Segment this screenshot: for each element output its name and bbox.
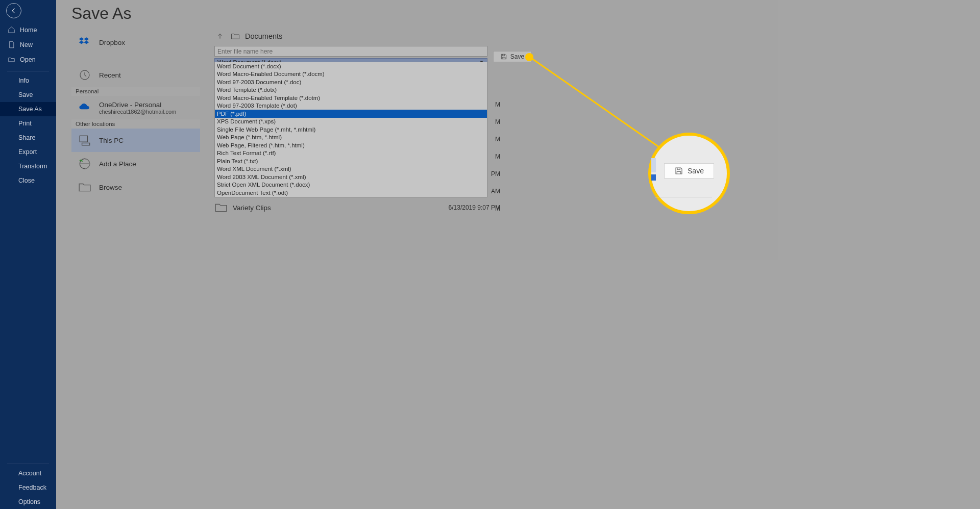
filetype-option[interactable]: Single File Web Page (*.mht, *.mhtml): [215, 125, 487, 134]
location-onedrive[interactable]: OneDrive - Personal cheshirecat1862@hotm…: [71, 96, 200, 119]
nav-label: Transform: [18, 163, 47, 170]
dropbox-icon: [78, 35, 92, 49]
browse-icon: [78, 180, 92, 194]
location-label: This PC: [99, 137, 124, 144]
filetype-option[interactable]: Word Template (*.dotx): [215, 86, 487, 94]
filetype-option[interactable]: Word 97-2003 Template (*.dot): [215, 102, 487, 110]
filetype-option[interactable]: Word Macro-Enabled Template (*.dotm): [215, 94, 487, 102]
nav-label: Info: [18, 77, 29, 84]
nav-info[interactable]: Info: [0, 73, 56, 88]
backstage-sidebar: Home New Open Info Save Save As Print Sh…: [0, 0, 56, 509]
onedrive-label: OneDrive - Personal: [99, 101, 176, 109]
filetype-option[interactable]: Word Document (*.docx): [215, 62, 487, 70]
filetype-dropdown: Word Document (*.docx) Word Macro-Enable…: [214, 62, 487, 197]
nav-save-as[interactable]: Save As: [0, 102, 56, 116]
addplace-icon: [78, 157, 92, 171]
callout-magnifier: Save: [648, 133, 730, 214]
nav-label: Close: [18, 177, 35, 184]
nav-new[interactable]: New: [0, 37, 56, 52]
callout-decor: [655, 197, 712, 197]
nav-label: Open: [20, 56, 36, 63]
file-row-visible[interactable]: Variety Clips 6/13/2019 9:07 PM: [214, 199, 500, 216]
locations-header-other: Other locations: [71, 119, 200, 129]
sidebar-divider: [7, 71, 49, 71]
onedrive-email: cheshirecat1862@hotmail.com: [99, 109, 176, 115]
nav-save[interactable]: Save: [0, 88, 56, 102]
nav-label: Account: [18, 470, 41, 477]
nav-options[interactable]: Options: [0, 495, 56, 509]
nav-share[interactable]: Share: [0, 131, 56, 145]
arrow-up-icon: [216, 32, 224, 40]
filetype-option[interactable]: OpenDocument Text (*.odt): [215, 189, 487, 197]
home-icon: [8, 26, 15, 34]
location-browse[interactable]: Browse: [71, 175, 200, 199]
filetype-option[interactable]: Web Page (*.htm, *.html): [215, 134, 487, 142]
doc-icon: [8, 41, 15, 48]
nav-open[interactable]: Open: [0, 52, 56, 67]
callout-save-button: Save: [664, 163, 714, 179]
nav-label: Export: [18, 148, 37, 156]
location-add-place[interactable]: Add a Place: [71, 152, 200, 175]
filetype-option[interactable]: PDF (*.pdf): [215, 110, 487, 118]
up-button[interactable]: [214, 31, 226, 42]
nav-label: Options: [18, 498, 40, 505]
nav-label: Save: [18, 91, 33, 98]
recent-icon: [78, 68, 92, 82]
svg-line-4: [530, 57, 673, 157]
callout-dot: [525, 53, 533, 61]
file-date: 6/13/2019 9:07 PM: [444, 204, 500, 211]
location-this-pc[interactable]: This PC: [71, 129, 200, 152]
breadcrumb: Documents: [214, 30, 521, 46]
folder-icon: [214, 201, 228, 214]
callout-save-label: Save: [688, 167, 704, 175]
filetype-option[interactable]: Plain Text (*.txt): [215, 157, 487, 165]
svg-rect-2: [82, 143, 90, 145]
filetype-option[interactable]: Word 2003 XML Document (*.xml): [215, 173, 487, 181]
location-dropbox[interactable]: Dropbox: [71, 31, 200, 54]
back-button[interactable]: [6, 3, 21, 18]
filetype-option[interactable]: Word 97-2003 Document (*.doc): [215, 78, 487, 86]
nav-label: Home: [20, 27, 37, 34]
nav-feedback[interactable]: Feedback: [0, 480, 56, 495]
nav-transform[interactable]: Transform: [0, 159, 56, 173]
nav-account[interactable]: Account: [0, 466, 56, 480]
nav-label: Print: [18, 120, 32, 127]
save-icon: [500, 53, 507, 60]
callout-decor: [651, 158, 656, 172]
breadcrumb-label: Documents: [245, 32, 282, 40]
filetype-option[interactable]: Word Macro-Enabled Document (*.docm): [215, 70, 487, 79]
location-label: Browse: [99, 184, 122, 191]
folder-open-icon: [231, 33, 240, 40]
nav-close[interactable]: Close: [0, 173, 56, 188]
location-label: Add a Place: [99, 160, 136, 168]
location-label: Recent: [99, 71, 121, 79]
svg-rect-1: [80, 136, 87, 142]
nav-home[interactable]: Home: [0, 22, 56, 37]
filetype-option[interactable]: Rich Text Format (*.rtf): [215, 149, 487, 158]
filetype-option[interactable]: Strict Open XML Document (*.docx): [215, 181, 487, 189]
location-recent[interactable]: Recent: [71, 63, 200, 87]
location-label: Dropbox: [99, 39, 125, 46]
filetype-option[interactable]: XPS Document (*.xps): [215, 118, 487, 126]
page-title: Save As: [71, 4, 131, 23]
nav-print[interactable]: Print: [0, 116, 56, 131]
nav-export[interactable]: Export: [0, 145, 56, 159]
nav-label: Feedback: [18, 484, 46, 491]
nav-label: Share: [18, 134, 35, 141]
callout-decor: [651, 174, 656, 181]
filetype-option[interactable]: Word XML Document (*.xml): [215, 165, 487, 173]
save-label: Save: [510, 53, 524, 60]
arrow-left-icon: [10, 7, 17, 14]
thispc-icon: [78, 133, 92, 147]
filename-input[interactable]: [214, 46, 487, 57]
locations-panel: Dropbox Recent Personal OneDrive - Perso…: [71, 31, 200, 199]
file-name: Variety Clips: [233, 204, 444, 212]
locations-header-personal: Personal: [71, 87, 200, 96]
save-icon: [674, 166, 683, 175]
onedrive-icon: [78, 100, 92, 115]
sidebar-divider: [7, 464, 49, 464]
filetype-option[interactable]: Web Page, Filtered (*.htm, *.html): [215, 141, 487, 149]
nav-label: New: [20, 41, 33, 48]
folder-open-icon: [8, 56, 15, 63]
nav-label: Save As: [18, 106, 42, 113]
